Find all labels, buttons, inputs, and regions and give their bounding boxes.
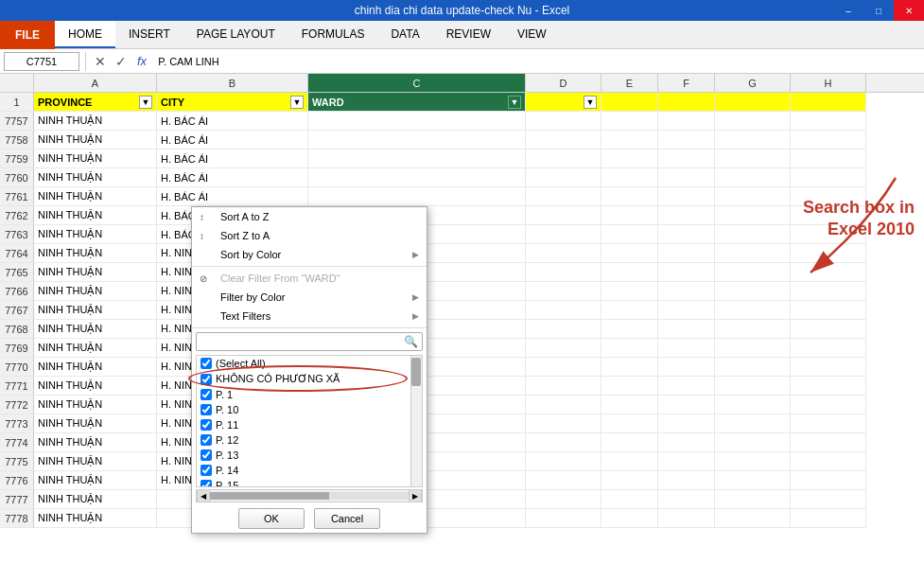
cell-h[interactable] bbox=[791, 206, 866, 225]
cell-province[interactable]: NINH THUẬN bbox=[34, 433, 157, 452]
cell-e[interactable] bbox=[601, 282, 658, 301]
cell-province[interactable]: NINH THUẬN bbox=[34, 414, 157, 433]
cell-g[interactable] bbox=[715, 396, 791, 414]
cell-f[interactable] bbox=[658, 490, 715, 509]
cell-f[interactable] bbox=[658, 112, 715, 131]
cell-e[interactable] bbox=[601, 150, 658, 168]
cell-h[interactable] bbox=[791, 490, 866, 509]
cell-h[interactable] bbox=[791, 433, 866, 452]
cell-e[interactable] bbox=[601, 396, 658, 414]
city-filter-btn[interactable]: ▼ bbox=[290, 96, 304, 109]
tab-page-layout[interactable]: PAGE LAYOUT bbox=[183, 21, 288, 48]
cell-ward[interactable] bbox=[308, 112, 526, 131]
cell-e[interactable] bbox=[601, 225, 658, 244]
cell-e[interactable] bbox=[601, 244, 658, 263]
cell-f[interactable] bbox=[658, 396, 715, 414]
cell-d[interactable] bbox=[526, 282, 601, 301]
sort-za-item[interactable]: ↕ Sort Z to A bbox=[192, 226, 427, 245]
cell-f[interactable] bbox=[658, 131, 715, 150]
cell-g[interactable] bbox=[715, 377, 791, 396]
cell-f[interactable] bbox=[658, 433, 715, 452]
cell-city[interactable]: H. BÁC ÁI bbox=[157, 131, 308, 150]
cell-province[interactable]: NINH THUẬN bbox=[34, 301, 157, 320]
cell-h[interactable] bbox=[791, 150, 866, 168]
check-box[interactable] bbox=[200, 358, 212, 369]
cell-g[interactable] bbox=[715, 509, 791, 528]
cell-province[interactable]: NINH THUẬN bbox=[34, 150, 157, 168]
cell-f[interactable] bbox=[658, 244, 715, 263]
cell-e[interactable] bbox=[601, 433, 658, 452]
cell-f[interactable] bbox=[658, 358, 715, 377]
cell-e[interactable] bbox=[601, 339, 658, 358]
check-item[interactable]: P. 14 bbox=[197, 463, 422, 478]
cell-city[interactable]: H. BÁC ÁI bbox=[157, 150, 308, 168]
cell-g[interactable] bbox=[715, 471, 791, 490]
check-box[interactable] bbox=[200, 434, 212, 446]
cell-d[interactable] bbox=[526, 320, 601, 339]
cell-g[interactable] bbox=[715, 206, 791, 225]
cell-province[interactable]: NINH THUẬN bbox=[34, 490, 157, 509]
cell-f[interactable] bbox=[658, 187, 715, 206]
cell-f[interactable] bbox=[658, 339, 715, 358]
cell-d[interactable] bbox=[526, 377, 601, 396]
cell-ward[interactable] bbox=[308, 150, 526, 168]
cell-h[interactable] bbox=[791, 301, 866, 320]
cell-f[interactable] bbox=[658, 414, 715, 433]
cell-d[interactable] bbox=[526, 244, 601, 263]
cell-e[interactable] bbox=[601, 490, 658, 509]
cell-e[interactable] bbox=[601, 320, 658, 339]
cell-province[interactable]: NINH THUẬN bbox=[34, 187, 157, 206]
cell-province[interactable]: NINH THUẬN bbox=[34, 509, 157, 528]
cancel-button[interactable]: Cancel bbox=[314, 508, 380, 529]
cell-f[interactable] bbox=[658, 263, 715, 282]
cell-d[interactable] bbox=[526, 471, 601, 490]
cell-f[interactable] bbox=[658, 168, 715, 187]
check-item[interactable]: P. 15 bbox=[197, 478, 422, 487]
cell-f[interactable] bbox=[658, 225, 715, 244]
cell-g[interactable] bbox=[715, 131, 791, 150]
cancel-formula-btn[interactable]: ✕ bbox=[92, 54, 109, 69]
cell-province[interactable]: NINH THUẬN bbox=[34, 339, 157, 358]
check-box[interactable] bbox=[200, 465, 212, 476]
cell-h[interactable] bbox=[791, 452, 866, 471]
cell-f[interactable] bbox=[658, 320, 715, 339]
cell-e[interactable] bbox=[601, 206, 658, 225]
cell-province[interactable]: NINH THUẬN bbox=[34, 244, 157, 263]
h-scroll-right[interactable]: ▶ bbox=[409, 489, 422, 502]
cell-f[interactable] bbox=[658, 150, 715, 168]
search-icon[interactable]: 🔍 bbox=[404, 335, 418, 348]
cell-h[interactable] bbox=[791, 358, 866, 377]
cell-g[interactable] bbox=[715, 187, 791, 206]
province-filter-btn[interactable]: ▼ bbox=[139, 96, 152, 109]
cell-province[interactable]: NINH THUẬN bbox=[34, 452, 157, 471]
cell-h[interactable] bbox=[791, 168, 866, 187]
sort-az-item[interactable]: ↕ Sort A to Z bbox=[192, 207, 427, 226]
cell-h[interactable] bbox=[791, 225, 866, 244]
check-item[interactable]: P. 13 bbox=[197, 448, 422, 463]
cell-g[interactable] bbox=[715, 452, 791, 471]
cell-province[interactable]: NINH THUẬN bbox=[34, 168, 157, 187]
cell-h[interactable] bbox=[791, 263, 866, 282]
cell-e[interactable] bbox=[601, 131, 658, 150]
cell-d[interactable] bbox=[526, 414, 601, 433]
cell-g[interactable] bbox=[715, 150, 791, 168]
cell-e[interactable] bbox=[601, 301, 658, 320]
cell-g[interactable] bbox=[715, 301, 791, 320]
cell-d[interactable] bbox=[526, 131, 601, 150]
cell-h[interactable] bbox=[791, 396, 866, 414]
h-scroll-thumb[interactable] bbox=[210, 492, 329, 500]
check-box[interactable] bbox=[200, 374, 212, 385]
check-box[interactable] bbox=[200, 419, 212, 431]
cell-g[interactable] bbox=[715, 244, 791, 263]
cell-f[interactable] bbox=[658, 206, 715, 225]
cell-g[interactable] bbox=[715, 168, 791, 187]
cell-province[interactable]: NINH THUẬN bbox=[34, 396, 157, 414]
cell-g[interactable] bbox=[715, 320, 791, 339]
cell-city[interactable]: H. BÁC ÁI bbox=[157, 112, 308, 131]
cell-g[interactable] bbox=[715, 112, 791, 131]
cell-province[interactable]: NINH THUẬN bbox=[34, 377, 157, 396]
cell-province[interactable]: NINH THUẬN bbox=[34, 131, 157, 150]
check-box[interactable] bbox=[200, 404, 212, 415]
tab-insert[interactable]: INSERT bbox=[115, 21, 183, 48]
check-box[interactable] bbox=[200, 449, 212, 461]
